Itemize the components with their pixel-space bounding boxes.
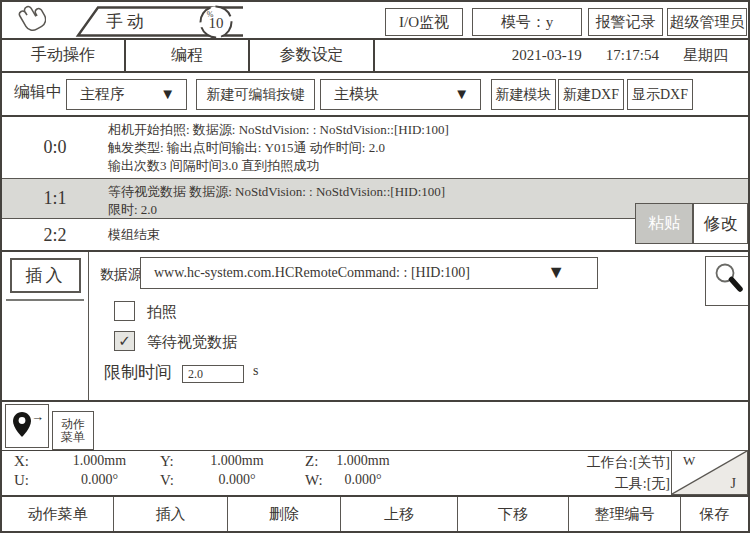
speed-gauge-icon[interactable]: % 10 — [198, 4, 234, 40]
divider — [88, 252, 89, 400]
wait-vision-checkbox[interactable]: ✓ — [114, 331, 135, 351]
search-icon — [711, 261, 745, 301]
editing-status-label: 编辑中 — [14, 82, 62, 103]
divider — [2, 71, 748, 73]
alarm-record-button[interactable]: 报警记录 — [588, 8, 663, 36]
action-menu-button[interactable]: 动作菜单 — [2, 497, 114, 531]
date-text: 2021-03-19 — [512, 47, 582, 64]
divider — [2, 450, 748, 451]
check-icon: ✓ — [118, 332, 131, 350]
save-button[interactable]: 保存 — [681, 497, 748, 531]
program-row-index: 0:0 — [2, 117, 108, 178]
frame-world-label: W — [683, 453, 695, 469]
tab-parameter-setting[interactable]: 参数设定 — [250, 40, 375, 71]
time-limit-input[interactable] — [182, 365, 244, 383]
axis-u-label: U: — [14, 472, 29, 489]
delete-button[interactable]: 删除 — [228, 497, 341, 531]
user-level-button[interactable]: 超级管理员 — [667, 8, 747, 36]
frame-toggle-button[interactable]: W J — [671, 450, 748, 495]
tool-status: 工具:[无] — [480, 473, 670, 494]
datetime-display: 2021-03-19 17:17:54 星期四 — [382, 40, 738, 71]
chevron-down-icon: ▼ — [547, 262, 565, 283]
axis-v-label: V: — [160, 472, 174, 489]
time-limit-label: 限制时间 — [104, 361, 172, 384]
axis-z-value: 1.000mm — [317, 453, 409, 469]
io-monitor-button[interactable]: I/O监视 — [385, 8, 463, 36]
datasource-label: 数据源 — [100, 266, 142, 284]
move-up-button[interactable]: 上移 — [341, 497, 458, 531]
program-row[interactable]: 0:0 相机开始拍照: 数据源: NoStdVision: : NoStdVis… — [2, 117, 748, 179]
divider — [2, 400, 748, 402]
axis-x-label: X: — [14, 453, 29, 470]
program-row-text: 相机开始拍照: 数据源: NoStdVision: : NoStdVision:… — [108, 117, 748, 178]
renumber-button[interactable]: 整理编号 — [569, 497, 681, 531]
program-select-value: 主程序 — [80, 85, 125, 104]
hand-icon — [12, 4, 46, 37]
chevron-down-icon: ▼ — [160, 86, 175, 103]
search-button[interactable] — [705, 256, 750, 306]
axis-v-value: 0.000° — [187, 472, 287, 488]
photo-checkbox-label: 拍照 — [147, 303, 177, 322]
right-arrow-icon: → — [31, 409, 44, 425]
module-select-value: 主模块 — [334, 85, 379, 104]
datasource-select-value: www.hc-system.com.HCRemoteCommand: : [HI… — [154, 265, 470, 281]
bottom-button-bar: 动作菜单 插入 删除 上移 下移 整理编号 保存 — [2, 495, 748, 531]
axis-x-value: 1.000mm — [47, 453, 152, 469]
speed-value: 10 — [209, 15, 224, 31]
frame-joint-label: J — [731, 476, 736, 492]
program-row-index: 1:1 — [2, 179, 108, 218]
new-editable-key-button[interactable]: 新建可编辑按键 — [196, 79, 315, 110]
tab-manual-operation[interactable]: 手动操作 — [2, 40, 126, 71]
new-dxf-button[interactable]: 新建DXF — [558, 79, 624, 110]
time-text: 17:17:54 — [606, 47, 659, 64]
worktable-status: 工作台:[关节] — [480, 452, 670, 473]
program-select[interactable]: 主程序 ▼ — [66, 79, 187, 110]
axis-u-value: 0.000° — [47, 472, 152, 488]
axis-y-label: Y: — [160, 453, 174, 470]
move-to-point-button[interactable]: → — [5, 404, 49, 448]
time-limit-unit: s — [253, 363, 258, 379]
divider — [6, 299, 84, 301]
new-module-button[interactable]: 新建模块 — [491, 79, 556, 110]
divider — [2, 250, 748, 252]
paste-button[interactable]: 粘贴 — [635, 203, 693, 244]
chevron-down-icon: ▼ — [454, 86, 469, 103]
teach-pendant-screen: 手动 % 10 I/O监视 模号：y 报警记录 超级管理员 手动操作 编程 参数… — [0, 0, 750, 533]
worktable-tool-status: 工作台:[关节] 工具:[无] — [480, 452, 670, 494]
mode-label: 手动 — [106, 10, 148, 33]
datasource-select[interactable]: www.hc-system.com.HCRemoteCommand: : [HI… — [140, 257, 598, 289]
weekday-text: 星期四 — [683, 46, 728, 65]
wait-vision-checkbox-label: 等待视觉数据 — [147, 333, 237, 352]
mold-number-button[interactable]: 模号：y — [472, 8, 582, 36]
insert-step-button[interactable]: 插入 — [10, 258, 81, 293]
insert-button[interactable]: 插入 — [114, 497, 228, 531]
modify-button[interactable]: 修改 — [693, 203, 748, 244]
move-down-button[interactable]: 下移 — [458, 497, 569, 531]
axis-y-value: 1.000mm — [187, 453, 287, 469]
photo-checkbox[interactable] — [114, 301, 135, 321]
axis-w-value: 0.000° — [317, 472, 409, 488]
module-select[interactable]: 主模块 ▼ — [320, 79, 481, 110]
tab-programming[interactable]: 编程 — [126, 40, 250, 71]
program-row-index: 2:2 — [2, 219, 108, 251]
action-menu-mini-button[interactable]: 动作 菜单 — [52, 411, 94, 450]
show-dxf-button[interactable]: 显示DXF — [627, 79, 693, 110]
